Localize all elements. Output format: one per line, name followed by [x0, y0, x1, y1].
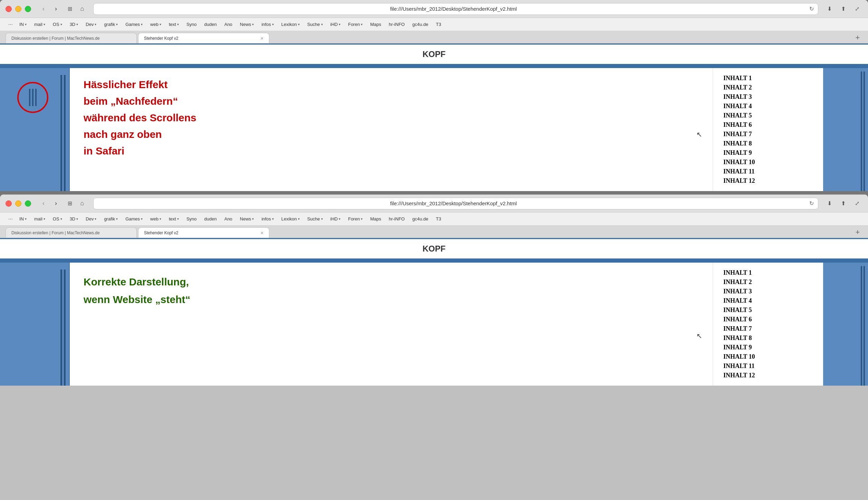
- bookmark-grafik[interactable]: grafik▾: [100, 20, 121, 28]
- url-bar-2[interactable]: file:///Users/mbr_2012/Desktop/Stehender…: [93, 198, 818, 209]
- bookmark-2-duden[interactable]: duden: [201, 215, 220, 223]
- bookmark-Ano[interactable]: Ano: [221, 20, 236, 28]
- inhalt-1-9: INHALT 9: [723, 148, 813, 158]
- home-button-2[interactable]: ⌂: [77, 198, 88, 209]
- bookmark-2-Games[interactable]: Games▾: [122, 215, 146, 223]
- bookmark-2-infos[interactable]: infos▾: [258, 215, 277, 223]
- bookmark-T3[interactable]: T3: [432, 20, 444, 28]
- bookmark-News[interactable]: News▾: [237, 20, 258, 28]
- bookmark-2-Dev[interactable]: Dev▾: [82, 215, 100, 223]
- title-bar-2: ‹ › ⊞ ⌂ file:///Users/mbr_2012/Desktop/S…: [0, 195, 868, 213]
- download-button-1[interactable]: ⬇: [824, 3, 835, 15]
- minimize-button-1[interactable]: [15, 6, 21, 12]
- apps-icon-1[interactable]: ⋯: [6, 20, 15, 29]
- inhalt-1-2: INHALT 2: [723, 83, 813, 92]
- bookmark-mail[interactable]: mail▾: [31, 20, 49, 28]
- reload-button-2[interactable]: ↻: [809, 200, 814, 207]
- bookmark-Foren[interactable]: Foren▾: [345, 20, 366, 28]
- close-button-2[interactable]: [6, 200, 12, 207]
- rstripe-2: [864, 72, 865, 191]
- bookmark-IN[interactable]: IN▾: [16, 20, 30, 28]
- forward-button-1[interactable]: ›: [50, 3, 61, 15]
- desc-line-3: während des Scrollens: [84, 110, 699, 126]
- inhalt-2-2: INHALT 2: [723, 277, 813, 287]
- minimize-button-2[interactable]: [15, 200, 21, 207]
- blue-stripe-1: [0, 65, 868, 68]
- tab-close-2[interactable]: ×: [261, 230, 263, 236]
- share-button-2[interactable]: ⬆: [838, 198, 849, 209]
- bookmark-Suche[interactable]: Suche▾: [304, 20, 326, 28]
- bookmark-Maps[interactable]: Maps: [367, 20, 385, 28]
- maximize-button-1[interactable]: [25, 6, 31, 12]
- tab-close-1[interactable]: ×: [261, 36, 263, 41]
- sidebar-toggle-1[interactable]: ⊞: [64, 3, 75, 15]
- bookmark-web[interactable]: web▾: [147, 20, 165, 28]
- expand-button-1[interactable]: ⤢: [851, 3, 862, 15]
- new-tab-button-2[interactable]: +: [853, 227, 862, 237]
- bookmark-gc4u[interactable]: gc4u.de: [409, 20, 432, 28]
- far-right-sidebar-2: [823, 263, 858, 386]
- bookmark-hr-iNFO[interactable]: hr-iNFO: [385, 20, 408, 28]
- tab-right-2[interactable]: Stehender Kopf v2 ×: [138, 227, 269, 238]
- bookmark-2-3D[interactable]: 3D▾: [66, 215, 82, 223]
- bookmark-3D[interactable]: 3D▾: [66, 20, 82, 28]
- close-button-1[interactable]: [6, 6, 12, 12]
- title-bar-1: ‹ › ⊞ ⌂ file:///Users/mbr_2012/Desktop/S…: [0, 0, 868, 18]
- forward-button-2[interactable]: ›: [50, 198, 61, 209]
- bookmark-2-iHD[interactable]: iHD▾: [327, 215, 344, 223]
- bookmark-2-Syno[interactable]: Syno: [183, 215, 200, 223]
- bookmark-2-web[interactable]: web▾: [147, 215, 165, 223]
- share-button-1[interactable]: ⬆: [838, 3, 849, 15]
- bookmark-2-Ano[interactable]: Ano: [221, 215, 236, 223]
- browser-window-2: ‹ › ⊞ ⌂ file:///Users/mbr_2012/Desktop/S…: [0, 195, 868, 386]
- url-bar-1[interactable]: file:///Users/mbr_2012/Desktop/Stehender…: [93, 3, 818, 15]
- bookmark-2-T3[interactable]: T3: [432, 215, 444, 223]
- bookmark-Lexikon[interactable]: Lexikon▾: [278, 20, 303, 28]
- bookmark-Dev[interactable]: Dev▾: [82, 20, 100, 28]
- left-sidebar-2: [0, 263, 69, 386]
- desc-line-5: in Safari: [84, 143, 699, 159]
- rstripe2-1: [861, 266, 862, 386]
- bookmark-2-hr-iNFO[interactable]: hr-iNFO: [385, 215, 408, 223]
- bookmark-OS[interactable]: OS▾: [49, 20, 66, 28]
- apps-icon-2[interactable]: ⋯: [6, 214, 15, 224]
- bookmark-2-Lexikon[interactable]: Lexikon▾: [278, 215, 303, 223]
- circle-inner: [29, 89, 37, 106]
- tab-left-2[interactable]: Diskussion erstellen | Forum | MacTechNe…: [6, 227, 137, 238]
- new-tab-button-1[interactable]: +: [853, 33, 862, 43]
- inhalt-1-11: INHALT 11: [723, 167, 813, 176]
- tab-left-1[interactable]: Diskussion erstellen | Forum | MacTechNe…: [6, 33, 137, 43]
- inhalt-1-5: INHALT 5: [723, 111, 813, 120]
- bookmark-2-News[interactable]: News▾: [237, 215, 258, 223]
- bookmark-2-Maps[interactable]: Maps: [367, 215, 385, 223]
- bookmark-2-IN[interactable]: IN▾: [16, 215, 30, 223]
- bookmark-2-mail[interactable]: mail▾: [31, 215, 49, 223]
- bookmark-Syno[interactable]: Syno: [183, 20, 200, 28]
- bookmark-2-OS[interactable]: OS▾: [49, 215, 66, 223]
- bookmark-2-text[interactable]: text▾: [165, 215, 182, 223]
- bookmark-Games[interactable]: Games▾: [122, 20, 146, 28]
- bookmark-infos[interactable]: infos▾: [258, 20, 277, 28]
- left-stripes-2: [60, 270, 66, 386]
- bookmark-2-Foren[interactable]: Foren▾: [345, 215, 366, 223]
- tab-right-1[interactable]: Stehender Kopf v2 ×: [138, 33, 269, 43]
- bookmark-iHD[interactable]: iHD▾: [327, 20, 344, 28]
- bookmark-text[interactable]: text▾: [165, 20, 182, 28]
- reload-button-1[interactable]: ↻: [809, 6, 814, 12]
- bookmark-2-Suche[interactable]: Suche▾: [304, 215, 326, 223]
- bookmark-duden[interactable]: duden: [201, 20, 220, 28]
- maximize-button-2[interactable]: [25, 200, 31, 207]
- tab-right-title-1: Stehender Kopf v2: [144, 36, 258, 41]
- home-button-1[interactable]: ⌂: [77, 3, 88, 15]
- back-button-1[interactable]: ‹: [38, 3, 49, 15]
- back-button-2[interactable]: ‹: [38, 198, 49, 209]
- sidebar-toggle-2[interactable]: ⊞: [64, 198, 75, 209]
- download-button-2[interactable]: ⬇: [824, 198, 835, 209]
- bookmark-2-gc4u[interactable]: gc4u.de: [409, 215, 432, 223]
- nav-buttons-1: ‹ ›: [38, 3, 61, 15]
- inhalt-2-11: INHALT 11: [723, 361, 813, 371]
- expand-button-2[interactable]: ⤢: [851, 198, 862, 209]
- main-content-1: Hässlicher Effekt beim „Nachfedern“ währ…: [69, 68, 713, 191]
- bookmark-2-grafik[interactable]: grafik▾: [100, 215, 121, 223]
- main-content-2: Korrekte Darstellung, wenn Website „steh…: [69, 263, 713, 386]
